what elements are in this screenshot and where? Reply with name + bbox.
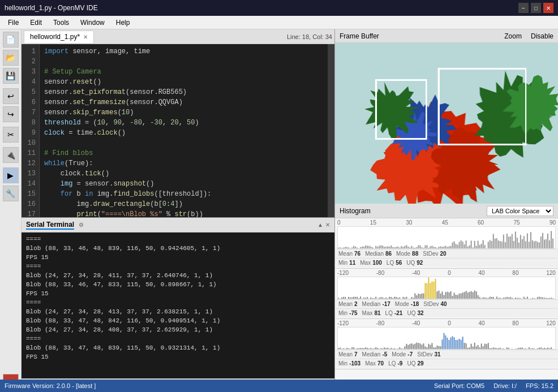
titlebar-controls: − □ ✕ xyxy=(518,3,553,13)
l-uq: 92 xyxy=(417,260,423,266)
b-stats-row2: Min-103 Max70 LQ-9 UQ29 xyxy=(335,359,558,368)
histogram-b-channel: -120-80-4004080120 B Mean7 Median-5 Mode… xyxy=(335,319,558,369)
drive-info: Drive: I:/ xyxy=(493,382,517,389)
save-file-button[interactable]: 💾 xyxy=(3,68,19,84)
editor-content[interactable]: 12345 678910 1112131415 16171819 import … xyxy=(22,44,334,217)
firmware-version: Firmware Version: 2.0.0 - [latest ] xyxy=(5,382,96,389)
connect-button[interactable]: 🔌 xyxy=(3,147,19,163)
b-stats-row1: Mean7 Median-5 Mode-7 StDev31 xyxy=(335,350,558,359)
b-mode: -7 xyxy=(407,351,413,357)
status-right: Serial Port: COM5 Drive: I:/ FPS: 15.2 xyxy=(434,382,553,389)
left-content: helloworld_1.py* ✕ Line: 18, Col: 34 123… xyxy=(22,29,334,392)
b-max: 70 xyxy=(377,360,384,367)
camera-image-container xyxy=(335,43,558,204)
detection-rect-1 xyxy=(376,80,427,139)
color-space-select[interactable]: LAB Color Space RGB Color Space Grayscal… xyxy=(487,206,553,216)
right-panel: Frame Buffer Zoom Disable Histogram LAB … xyxy=(334,29,558,392)
statusbar: Firmware Version: 2.0.0 - [latest ] Seri… xyxy=(0,380,558,392)
l-histogram-canvas: L xyxy=(337,226,556,249)
detection-rect-2 xyxy=(439,68,526,145)
b-mean: 7 xyxy=(354,351,358,357)
b-histogram-canvas: B xyxy=(337,327,556,350)
a-mode: -18 xyxy=(411,301,419,307)
menu-file[interactable]: File xyxy=(2,18,24,28)
l-stdev: 20 xyxy=(440,251,446,257)
menu-edit[interactable]: Edit xyxy=(24,18,48,28)
menu-tools[interactable]: Tools xyxy=(48,18,75,28)
a-uq: 32 xyxy=(417,310,423,316)
editor-tab-label: helloworld_1.py* xyxy=(30,33,80,41)
terminal-tabs: Serial Terminal ⚙ xyxy=(26,221,84,230)
b-uq: 29 xyxy=(417,360,423,367)
a-stdev: 40 xyxy=(441,301,447,307)
status-left: Firmware Version: 2.0.0 - [latest ] xyxy=(5,382,96,389)
editor-tab[interactable]: helloworld_1.py* ✕ xyxy=(24,31,94,43)
terminal-controls: ▲ ✕ xyxy=(317,222,330,228)
close-button[interactable]: ✕ xyxy=(543,3,553,13)
l-max: 100 xyxy=(372,260,382,266)
editor-tab-close[interactable]: ✕ xyxy=(83,34,88,40)
l-median: 86 xyxy=(385,251,392,257)
menu-window[interactable]: Window xyxy=(75,18,110,28)
b-median: -5 xyxy=(382,351,387,357)
terminal-area: Serial Terminal ⚙ ▲ ✕ ====Blob (88, 33, … xyxy=(22,217,334,378)
l-mean: 76 xyxy=(354,251,360,257)
a-min: -75 xyxy=(349,310,357,316)
code-editor[interactable]: import sensor, image, time # Setup Camer… xyxy=(40,44,328,217)
l-stats-row2: Min11 Max100 LQ56 UQ92 xyxy=(335,258,558,267)
histogram-l-channel: 0153045607590 L Mean76 Median86 Mode88 S… xyxy=(335,218,558,269)
main-container: 📄 📂 💾 ↩ ↪ ✂ 🔌 ▶ 🔧 ■ helloworld_1.py* ✕ L… xyxy=(0,29,558,392)
debug-button[interactable]: 🔧 xyxy=(3,186,19,201)
histogram-area: Histogram LAB Color Space RGB Color Spac… xyxy=(335,204,558,392)
redo-button[interactable]: ↪ xyxy=(3,106,19,122)
menubar: File Edit Tools Window Help xyxy=(0,16,558,29)
run-button[interactable]: ▶ xyxy=(3,167,19,183)
serial-port: Serial Port: COM5 xyxy=(434,382,484,389)
l-min: 11 xyxy=(349,260,355,266)
editor-scrollbar[interactable] xyxy=(328,44,334,217)
framebuffer-area: Frame Buffer Zoom Disable xyxy=(335,29,558,204)
a-median: -17 xyxy=(382,301,390,307)
framebuffer-header: Frame Buffer Zoom Disable xyxy=(335,29,558,43)
terminal-collapse-button[interactable]: ▲ xyxy=(317,222,323,228)
titlebar: helloworld_1.py - OpenMV IDE − □ ✕ xyxy=(0,0,558,16)
terminal-close-button[interactable]: ✕ xyxy=(325,222,330,228)
editor-tab-bar: helloworld_1.py* ✕ Line: 18, Col: 34 xyxy=(22,29,334,44)
left-toolbar: 📄 📂 💾 ↩ ↪ ✂ 🔌 ▶ 🔧 ■ xyxy=(0,29,22,392)
histogram-header: Histogram LAB Color Space RGB Color Spac… xyxy=(335,204,558,218)
fps-display: FPS: 15.2 xyxy=(526,382,553,389)
l-mode: 88 xyxy=(412,251,418,257)
menu-help[interactable]: Help xyxy=(110,18,136,28)
histogram-panel: 0153045607590 L Mean76 Median86 Mode88 S… xyxy=(335,218,558,392)
b-axis: -120-80-4004080120 xyxy=(335,319,558,327)
a-stats-row2: Min-75 Max81 LQ-21 UQ32 xyxy=(335,308,558,317)
histogram-label: Histogram xyxy=(340,207,371,215)
minimize-button[interactable]: − xyxy=(518,3,529,13)
open-file-button[interactable]: 📂 xyxy=(3,50,19,66)
line-numbers: 12345 678910 1112131415 16171819 xyxy=(22,44,40,217)
b-stdev: 31 xyxy=(434,351,440,357)
b-lq: -9 xyxy=(398,360,403,367)
serial-terminal-tab[interactable]: Serial Terminal xyxy=(26,221,74,230)
b-min: -103 xyxy=(349,360,360,367)
titlebar-title: helloworld_1.py - OpenMV IDE xyxy=(5,4,98,12)
framebuffer-controls: Zoom Disable xyxy=(504,32,553,40)
a-lq: -21 xyxy=(394,310,402,316)
zoom-button[interactable]: Zoom xyxy=(504,32,522,40)
maximize-button[interactable]: □ xyxy=(531,3,541,13)
a-mean: 2 xyxy=(354,301,358,307)
l-axis: 0153045607590 xyxy=(335,218,558,226)
new-file-button[interactable]: 📄 xyxy=(3,32,19,48)
terminal-content: ====Blob (88, 33, 46, 48, 839, 116, 50, … xyxy=(22,232,334,378)
undo-button[interactable]: ↩ xyxy=(3,88,19,104)
histogram-a-channel: -120-80-4004080120 A Mean2 Median-17 Mod… xyxy=(335,269,558,319)
terminal-settings-icon[interactable]: ⚙ xyxy=(79,222,84,228)
l-lq: 56 xyxy=(396,260,402,266)
l-stats-row1: Mean76 Median86 Mode88 StDev20 xyxy=(335,249,558,258)
terminal-tab-bar: Serial Terminal ⚙ ▲ ✕ xyxy=(22,218,334,232)
disable-button[interactable]: Disable xyxy=(531,32,553,40)
cursor-position: Line: 18, Col: 34 xyxy=(287,33,332,40)
cut-button[interactable]: ✂ xyxy=(3,127,19,143)
a-axis: -120-80-4004080120 xyxy=(335,269,558,277)
editor-area: helloworld_1.py* ✕ Line: 18, Col: 34 123… xyxy=(22,29,334,217)
